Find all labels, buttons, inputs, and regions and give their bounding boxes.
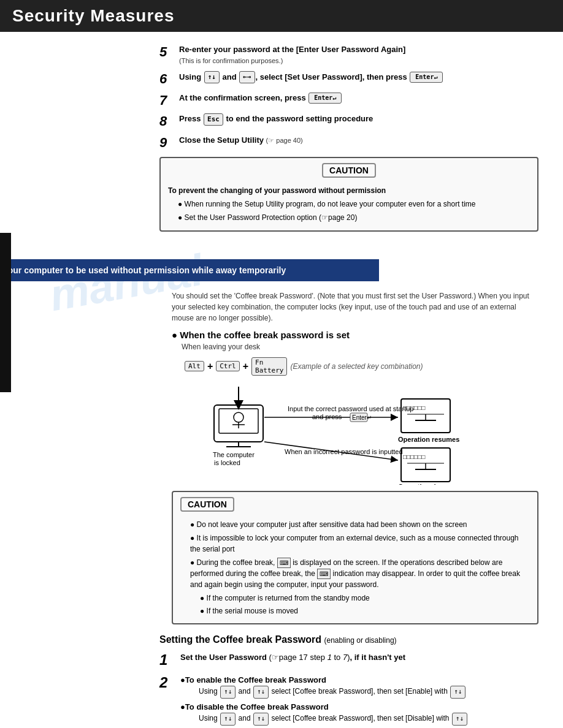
diagram-area: Alt + Ctrl + FnBattery (Example of a sel…: [184, 357, 538, 485]
caution-2-title: CAUTION: [180, 497, 234, 512]
step-8: 8 Press Esc to end the password setting …: [159, 113, 538, 129]
step-9-content: Close the Setup Utility (☞ page 40): [179, 135, 538, 146]
setting-step-2-content: ●To enable the Coffee break Password Usi…: [180, 674, 538, 728]
key-ud-3: ↑↓: [450, 686, 465, 699]
setting-heading-text: Setting the Coffee break Password: [159, 634, 321, 645]
caution-1-strong: To prevent the changing of your password…: [168, 186, 386, 195]
caution-2-bullet-3: During the coffee break, ⌨ is displayed …: [190, 557, 530, 590]
svg-text:Enter↵: Enter↵: [352, 414, 372, 421]
disable-text: Using ↑↓ and ↑↓ select [Coffee break Pas…: [199, 713, 538, 726]
plus-2: +: [243, 361, 248, 372]
key-lr-6: ←→: [239, 71, 255, 83]
caution-2-sub-1: If the computer is returned from the sta…: [200, 593, 530, 604]
coffee-break-section: When the coffee break password is set Wh…: [172, 330, 538, 624]
step-5: 5 Re-enter your password at the [Enter U…: [159, 44, 538, 66]
caution-box-2: CAUTION Do not leave your computer just …: [172, 491, 538, 624]
key-ud-5: ↑↓: [253, 713, 269, 726]
coffee-break-subheader: When leaving your desk: [182, 343, 538, 351]
svg-text:and press: and press: [312, 413, 342, 420]
blue-banner: When you do not want your computer to be…: [0, 259, 379, 281]
caution-2-bullet-2: It is impossible to lock your computer f…: [190, 533, 530, 555]
key-ud-4: ↑↓: [220, 713, 236, 726]
intro-text: You should set the 'Coffee break Passwor…: [172, 290, 538, 324]
setting-step-1: 1 Set the User Password (☞page 17 step 1…: [159, 651, 538, 669]
step-5-content: Re-enter your password at the [Enter Use…: [179, 44, 538, 66]
caution-1-heading: To prevent the changing of your password…: [168, 185, 530, 196]
setting-step-1-num: 1: [159, 651, 178, 669]
sidebar-black-bar: [0, 233, 11, 392]
step-5-sub: (This is for confirmation purposes.): [179, 57, 283, 64]
setting-heading-sub: (enabling or disabling): [324, 636, 397, 645]
enable-text: Using ↑↓ and ↑↓ select [Coffee break Pas…: [199, 686, 538, 699]
icon-screen: ⌨: [277, 558, 291, 568]
step-5-text: Re-enter your password at the [Enter Use…: [179, 45, 405, 54]
step-5-num: 5: [159, 44, 177, 60]
caution-2-bullet-1: Do not leave your computer just after se…: [190, 519, 530, 530]
key-combo-example: (Example of a selected key combination): [290, 362, 423, 371]
svg-text:Operation resumes: Operation resumes: [398, 436, 459, 443]
svg-text:When an incorrect password is : When an incorrect password is inputted: [285, 448, 403, 455]
step-8-content: Press Esc to end the password setting pr…: [179, 113, 538, 125]
step-7: 7 At the confirmation screen, press Ente…: [159, 93, 538, 108]
step-6-num: 6: [159, 71, 177, 87]
icon-screen-2: ⌨: [317, 569, 331, 579]
svg-text:Operation does: Operation does: [398, 483, 448, 485]
svg-text:is locked: is locked: [214, 459, 240, 466]
key-esc-8: Esc: [204, 113, 223, 125]
steps-top-section: 5 Re-enter your password at the [Enter U…: [159, 44, 538, 151]
setting-steps-section: 1 Set the User Password (☞page 17 step 1…: [159, 651, 538, 728]
key-battery: FnBattery: [251, 357, 287, 376]
key-enter-6: Enter↵: [410, 72, 443, 83]
key-ctrl: Ctrl: [216, 361, 240, 371]
enable-header: ●To enable the Coffee break Password: [180, 674, 538, 686]
step-8-num: 8: [159, 113, 177, 129]
setting-heading: Setting the Coffee break Password (enabl…: [159, 634, 538, 645]
step-9-num: 9: [159, 135, 177, 151]
plus-1: +: [207, 361, 213, 372]
svg-text:The computer: The computer: [213, 451, 255, 458]
step-6-content: Using ↑↓ and ←→, select [Set User Passwo…: [179, 71, 538, 83]
step-9: 9 Close the Setup Utility (☞ page 40): [159, 135, 538, 151]
setting-step-1-content: Set the User Password (☞page 17 step 1 t…: [180, 651, 538, 664]
key-ud-6: ↑↓: [452, 713, 467, 726]
setting-step-2-num: 2: [159, 674, 178, 692]
step-8-text: Press Esc to end the password setting pr…: [179, 114, 373, 123]
setting-step-2: 2 ●To enable the Coffee break Password U…: [159, 674, 538, 728]
caution-1-bullet-2: Set the User Password Protection option …: [178, 212, 530, 223]
coffee-break-header: When the coffee break password is set: [172, 330, 538, 340]
key-ud-2: ↑↓: [253, 686, 269, 699]
step-6-text: Using ↑↓ and ←→, select [Set User Passwo…: [179, 72, 443, 82]
disable-header: ●To disable the Coffee break Password: [180, 701, 538, 713]
step-9-pageref: (☞ page 40): [266, 137, 303, 144]
step-9-text: Close the Setup Utility: [179, 135, 264, 145]
svg-text:□□□□□□: □□□□□□: [403, 453, 425, 460]
key-enter-7: Enter↵: [308, 93, 342, 104]
caution-box-1: CAUTION To prevent the changing of your …: [159, 157, 538, 232]
step-7-content: At the confirmation screen, press Enter↵: [179, 93, 538, 104]
caution-1-title: CAUTION: [322, 163, 376, 178]
svg-point-3: [234, 412, 243, 422]
caution-1-bullet-1: When running the Setup Utility program, …: [178, 199, 530, 210]
svg-text:□□□□□□: □□□□□□: [403, 404, 425, 411]
key-up-down-6: ↑↓: [204, 71, 220, 83]
step-7-num: 7: [159, 93, 177, 108]
page-title: Security Measures: [0, 0, 563, 32]
disable-sub: Go to step 4: [199, 726, 538, 728]
key-combo-row: Alt + Ctrl + FnBattery (Example of a sel…: [184, 357, 538, 376]
caution-2-sub-2: If the serial mouse is moved: [200, 605, 530, 616]
svg-text:Input the correct password use: Input the correct password used at start…: [288, 405, 413, 412]
key-alt: Alt: [185, 361, 204, 371]
key-ud-1: ↑↓: [220, 686, 236, 699]
step-7-text: At the confirmation screen, press Enter↵: [179, 93, 342, 102]
step-6: 6 Using ↑↓ and ←→, select [Set User Pass…: [159, 71, 538, 87]
flow-diagram: The computer is locked Input the correct…: [190, 381, 533, 485]
